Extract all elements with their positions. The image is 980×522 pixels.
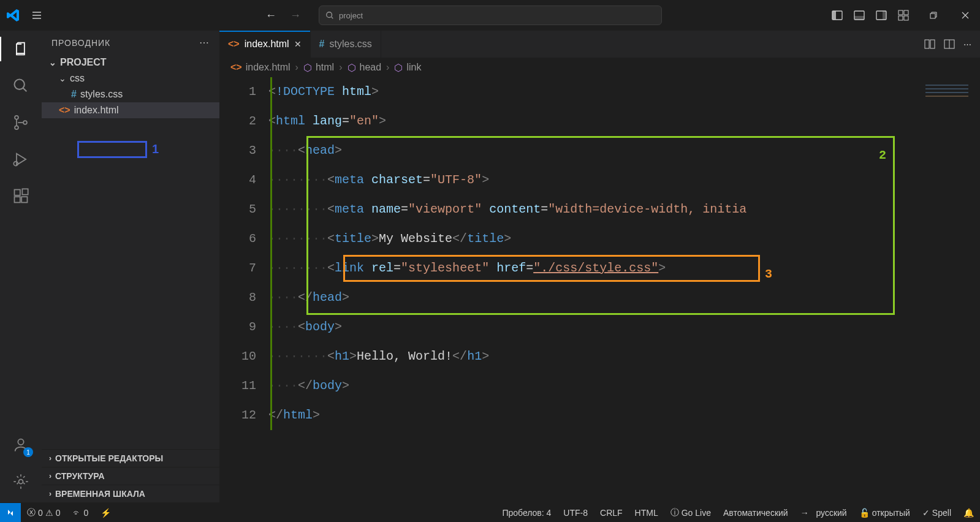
project-name: PROJECT (60, 57, 107, 68)
project-root-row[interactable]: ⌄PROJECT (42, 55, 219, 70)
svg-rect-9 (898, 16, 903, 20)
mode-auto[interactable]: Автоматический (717, 508, 794, 518)
remote-indicator[interactable] (0, 503, 21, 522)
svg-point-16 (13, 162, 18, 166)
folder-css-row[interactable]: ⌄css (42, 70, 219, 86)
window-close-button[interactable] (955, 6, 975, 25)
minimap[interactable] (919, 77, 980, 502)
check-icon: ✓ (922, 508, 930, 518)
outline-panel[interactable]: ›СТРУКТУРА (42, 467, 219, 485)
breadcrumb-sep: › (295, 62, 298, 73)
svg-rect-17 (15, 190, 20, 195)
code-line: </html> (268, 401, 919, 430)
layout-secondary-sidebar-icon[interactable] (873, 7, 889, 23)
svg-rect-24 (930, 40, 935, 48)
svg-rect-7 (898, 10, 903, 15)
symbol-icon: ⬡ (394, 62, 403, 74)
open-editors-panel[interactable]: ›ОТКРЫТЫЕ РЕДАКТОРЫ (42, 449, 219, 467)
search-icon[interactable] (10, 75, 32, 97)
code-line: ········<title>My Website</title> (268, 224, 919, 254)
lightning-icon: ⚡ (101, 508, 111, 518)
svg-point-13 (15, 116, 18, 119)
language-mode[interactable]: HTML (629, 508, 664, 518)
split-editor-icon[interactable] (944, 39, 955, 50)
symbol-icon: ⬡ (303, 62, 312, 74)
nav-buttons: ← → (260, 4, 306, 26)
sidebar-more-icon[interactable]: ⋯ (199, 37, 210, 48)
code-line: ····</head> (268, 283, 919, 312)
timeline-panel[interactable]: ›ВРЕМЕННАЯ ШКАЛА (42, 485, 219, 502)
spell[interactable]: ✓Spell (916, 508, 957, 518)
extensions-icon[interactable] (10, 185, 32, 207)
code-line: ····</body> (268, 371, 919, 401)
customize-layout-icon[interactable] (895, 7, 911, 23)
go-live[interactable]: ⓘGo Live (664, 507, 717, 518)
breadcrumb-link[interactable]: ⬡link (394, 62, 421, 74)
editor-tabs: <> index.html ✕ # styles.css ⋯ (219, 31, 980, 58)
sidebar-header: ПРОВОДНИК ⋯ (42, 31, 219, 55)
explorer-icon[interactable] (10, 38, 32, 60)
layout-panel-icon[interactable] (851, 7, 867, 23)
code-line: ········<link rel="stylesheet" href="./c… (268, 254, 919, 283)
breadcrumb-html[interactable]: ⬡html (303, 62, 334, 74)
css-file-icon: # (319, 39, 325, 50)
svg-rect-6 (883, 11, 886, 20)
ports[interactable]: ᯤ0 (67, 508, 95, 518)
window-restore-button[interactable] (924, 6, 943, 25)
folder-name: css (70, 73, 85, 84)
search-placeholder: project (339, 11, 363, 20)
svg-rect-19 (21, 197, 27, 202)
close-icon[interactable]: ✕ (294, 39, 302, 49)
sidebar-bottom-panels: ›ОТКРЫТЫЕ РЕДАКТОРЫ ›СТРУКТУРА ›ВРЕМЕННА… (42, 449, 219, 502)
encoding[interactable]: UTF-8 (557, 508, 594, 518)
file-styles-row[interactable]: #styles.css (42, 86, 219, 102)
breadcrumbs: <>index.html › ⬡html › ⬡head › ⬡link (219, 58, 980, 77)
tab-label: index.html (245, 39, 289, 50)
nav-forward-button[interactable]: → (284, 4, 306, 26)
settings-gear-icon[interactable] (10, 471, 32, 493)
breadcrumb-file[interactable]: <>index.html (230, 62, 291, 73)
svg-point-15 (23, 121, 27, 124)
code-line: ········<meta charset="UTF-8"> (268, 165, 919, 195)
svg-point-14 (15, 126, 18, 129)
command-center-search[interactable]: project (319, 6, 662, 25)
nav-back-button[interactable]: ← (260, 4, 282, 26)
svg-rect-8 (904, 10, 908, 15)
indentation[interactable]: Пробелов: 4 (496, 508, 557, 518)
svg-point-0 (327, 12, 332, 18)
accounts-icon[interactable]: 1 (10, 434, 32, 456)
tab-index-html[interactable]: <> index.html ✕ (219, 31, 311, 58)
activity-bar: 1 (0, 31, 42, 502)
run-debug-icon[interactable] (10, 148, 32, 170)
svg-rect-20 (22, 189, 28, 194)
titlebar: ← → project (0, 0, 980, 31)
breadcrumb-head[interactable]: ⬡head (348, 62, 382, 74)
source-control-icon[interactable] (10, 112, 32, 134)
html-file-icon: <> (230, 62, 242, 73)
open-status[interactable]: 🔓открытый (853, 508, 916, 518)
svg-rect-10 (904, 16, 908, 20)
code-line: ········<meta name="viewport" content="w… (268, 195, 919, 224)
more-actions-icon[interactable]: ⋯ (963, 40, 971, 49)
lang-indicator[interactable]: → русский (794, 508, 853, 518)
chevron-right-icon: › (49, 490, 51, 498)
file-tree: ⌄PROJECT ⌄css #styles.css <>index.html (42, 55, 219, 449)
compare-changes-icon[interactable] (924, 39, 935, 50)
radio-icon: ᯤ (73, 508, 82, 518)
layout-primary-sidebar-icon[interactable] (829, 7, 845, 23)
code-line: <!DOCTYPE html> (268, 77, 919, 107)
tab-styles-css[interactable]: # styles.css (311, 31, 381, 58)
file-name: styles.css (80, 89, 123, 100)
code-editor[interactable]: 123456789101112 <!DOCTYPE html> <html la… (219, 77, 980, 502)
notifications-icon[interactable]: 🔔 (957, 508, 980, 518)
prettier-button[interactable]: ⚡ (94, 508, 117, 518)
errors-warnings[interactable]: ⓧ0 ⚠0 (21, 507, 67, 518)
eol[interactable]: CRLF (594, 508, 629, 518)
svg-point-22 (19, 480, 23, 484)
sidebar: ПРОВОДНИК ⋯ ⌄PROJECT ⌄css #styles.css <>… (42, 31, 219, 502)
broadcast-icon: ⓘ (670, 507, 679, 518)
hamburger-menu-icon[interactable] (27, 6, 47, 25)
file-index-row[interactable]: <>index.html (42, 102, 219, 118)
chevron-right-icon: › (49, 454, 51, 463)
code-content[interactable]: <!DOCTYPE html> <html lang="en"> ····<he… (268, 77, 919, 502)
